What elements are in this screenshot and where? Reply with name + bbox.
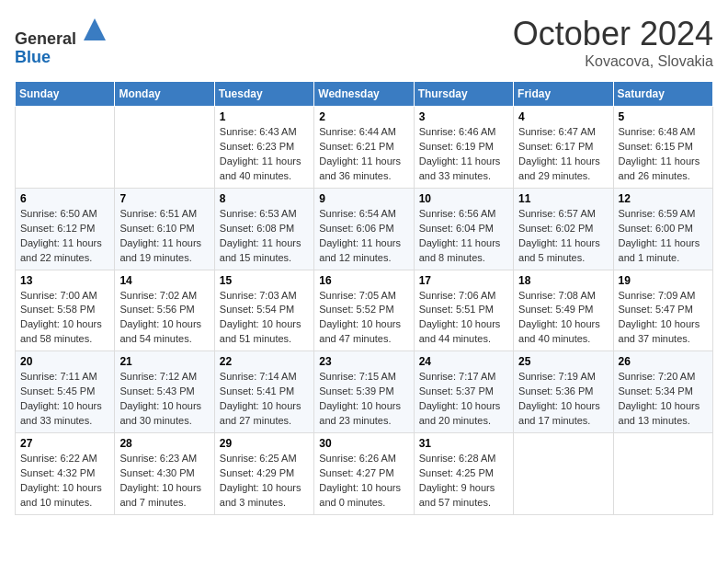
day-number: 9: [319, 192, 408, 205]
logo-blue: Blue: [15, 48, 51, 66]
location: Kovacova, Slovakia: [513, 53, 713, 70]
calendar-cell: 30Sunrise: 6:26 AM Sunset: 4:27 PM Dayli…: [314, 433, 414, 515]
calendar-cell: 26Sunrise: 7:20 AM Sunset: 5:34 PM Dayli…: [613, 351, 712, 433]
day-info: Sunrise: 7:06 AM Sunset: 5:51 PM Dayligh…: [419, 289, 508, 348]
calendar-cell: 13Sunrise: 7:00 AM Sunset: 5:58 PM Dayli…: [16, 270, 115, 351]
calendar-cell: 4Sunrise: 6:47 AM Sunset: 6:17 PM Daylig…: [514, 107, 613, 189]
day-number: 27: [20, 437, 109, 450]
calendar-week-4: 20Sunrise: 7:11 AM Sunset: 5:45 PM Dayli…: [16, 351, 713, 433]
calendar-cell: [16, 107, 115, 189]
calendar-cell: 19Sunrise: 7:09 AM Sunset: 5:47 PM Dayli…: [613, 270, 712, 351]
calendar-week-1: 1Sunrise: 6:43 AM Sunset: 6:23 PM Daylig…: [16, 107, 713, 189]
day-number: 2: [319, 110, 408, 123]
calendar-week-2: 6Sunrise: 6:50 AM Sunset: 6:12 PM Daylig…: [16, 188, 713, 270]
day-number: 23: [319, 355, 408, 368]
calendar-cell: 22Sunrise: 7:14 AM Sunset: 5:41 PM Dayli…: [214, 351, 313, 433]
calendar-cell: 12Sunrise: 6:59 AM Sunset: 6:00 PM Dayli…: [613, 188, 712, 270]
day-number: 26: [619, 355, 708, 368]
calendar-cell: 6Sunrise: 6:50 AM Sunset: 6:12 PM Daylig…: [16, 188, 115, 270]
calendar-cell: 21Sunrise: 7:12 AM Sunset: 5:43 PM Dayli…: [115, 351, 214, 433]
day-number: 14: [119, 274, 209, 287]
calendar-cell: 23Sunrise: 7:15 AM Sunset: 5:39 PM Dayli…: [314, 351, 414, 433]
calendar-week-3: 13Sunrise: 7:00 AM Sunset: 5:58 PM Dayli…: [16, 270, 713, 351]
day-number: 13: [20, 274, 109, 287]
weekday-header-friday: Friday: [514, 82, 613, 107]
day-info: Sunrise: 6:50 AM Sunset: 6:12 PM Dayligh…: [20, 207, 109, 266]
day-info: Sunrise: 7:20 AM Sunset: 5:34 PM Dayligh…: [619, 370, 708, 429]
weekday-header-wednesday: Wednesday: [314, 82, 414, 107]
day-info: Sunrise: 6:51 AM Sunset: 6:10 PM Dayligh…: [119, 207, 209, 266]
weekday-header-saturday: Saturday: [613, 82, 712, 107]
calendar-cell: 11Sunrise: 6:57 AM Sunset: 6:02 PM Dayli…: [514, 188, 613, 270]
day-info: Sunrise: 7:15 AM Sunset: 5:39 PM Dayligh…: [319, 370, 408, 429]
day-info: Sunrise: 7:11 AM Sunset: 5:45 PM Dayligh…: [20, 370, 109, 429]
day-info: Sunrise: 6:48 AM Sunset: 6:15 PM Dayligh…: [619, 125, 708, 184]
calendar-cell: 7Sunrise: 6:51 AM Sunset: 6:10 PM Daylig…: [115, 188, 214, 270]
day-info: Sunrise: 7:09 AM Sunset: 5:47 PM Dayligh…: [619, 289, 708, 348]
day-info: Sunrise: 6:22 AM Sunset: 4:32 PM Dayligh…: [20, 452, 109, 511]
calendar-cell: 2Sunrise: 6:44 AM Sunset: 6:21 PM Daylig…: [314, 107, 414, 189]
day-info: Sunrise: 6:28 AM Sunset: 4:25 PM Dayligh…: [419, 452, 508, 511]
calendar-cell: [115, 107, 214, 189]
calendar-cell: 10Sunrise: 6:56 AM Sunset: 6:04 PM Dayli…: [414, 188, 513, 270]
calendar-cell: 1Sunrise: 6:43 AM Sunset: 6:23 PM Daylig…: [214, 107, 313, 189]
day-info: Sunrise: 7:05 AM Sunset: 5:52 PM Dayligh…: [319, 289, 408, 348]
weekday-header-monday: Monday: [115, 82, 214, 107]
calendar-week-5: 27Sunrise: 6:22 AM Sunset: 4:32 PM Dayli…: [16, 433, 713, 515]
calendar-table: SundayMondayTuesdayWednesdayThursdayFrid…: [15, 81, 713, 515]
day-number: 28: [119, 437, 209, 450]
calendar-cell: 31Sunrise: 6:28 AM Sunset: 4:25 PM Dayli…: [414, 433, 513, 515]
day-info: Sunrise: 6:43 AM Sunset: 6:23 PM Dayligh…: [220, 125, 309, 184]
day-number: 15: [220, 274, 309, 287]
calendar-cell: 18Sunrise: 7:08 AM Sunset: 5:49 PM Dayli…: [514, 270, 613, 351]
logo-icon: [80, 15, 109, 44]
day-number: 19: [619, 274, 708, 287]
calendar-cell: [613, 433, 712, 515]
day-number: 20: [20, 355, 109, 368]
calendar-cell: 24Sunrise: 7:17 AM Sunset: 5:37 PM Dayli…: [414, 351, 513, 433]
day-number: 22: [220, 355, 309, 368]
day-number: 11: [518, 192, 608, 205]
day-number: 3: [419, 110, 508, 123]
calendar-cell: 29Sunrise: 6:25 AM Sunset: 4:29 PM Dayli…: [214, 433, 313, 515]
calendar-cell: 28Sunrise: 6:23 AM Sunset: 4:30 PM Dayli…: [115, 433, 214, 515]
day-number: 4: [518, 110, 608, 123]
month-title: October 2024: [513, 15, 713, 53]
calendar-cell: 3Sunrise: 6:46 AM Sunset: 6:19 PM Daylig…: [414, 107, 513, 189]
day-info: Sunrise: 6:46 AM Sunset: 6:19 PM Dayligh…: [419, 125, 508, 184]
day-number: 12: [619, 192, 708, 205]
day-info: Sunrise: 7:12 AM Sunset: 5:43 PM Dayligh…: [119, 370, 209, 429]
day-number: 16: [319, 274, 408, 287]
day-info: Sunrise: 6:57 AM Sunset: 6:02 PM Dayligh…: [518, 207, 608, 266]
day-info: Sunrise: 7:19 AM Sunset: 5:36 PM Dayligh…: [518, 370, 608, 429]
day-number: 7: [119, 192, 209, 205]
calendar-cell: 25Sunrise: 7:19 AM Sunset: 5:36 PM Dayli…: [514, 351, 613, 433]
day-number: 29: [220, 437, 309, 450]
day-info: Sunrise: 7:08 AM Sunset: 5:49 PM Dayligh…: [518, 289, 608, 348]
day-number: 6: [20, 192, 109, 205]
calendar-cell: 8Sunrise: 6:53 AM Sunset: 6:08 PM Daylig…: [214, 188, 313, 270]
weekday-header-row: SundayMondayTuesdayWednesdayThursdayFrid…: [16, 82, 713, 107]
day-number: 24: [419, 355, 508, 368]
day-info: Sunrise: 6:26 AM Sunset: 4:27 PM Dayligh…: [319, 452, 408, 511]
day-info: Sunrise: 6:56 AM Sunset: 6:04 PM Dayligh…: [419, 207, 508, 266]
day-info: Sunrise: 6:53 AM Sunset: 6:08 PM Dayligh…: [220, 207, 309, 266]
calendar-cell: 15Sunrise: 7:03 AM Sunset: 5:54 PM Dayli…: [214, 270, 313, 351]
day-number: 8: [220, 192, 309, 205]
weekday-header-sunday: Sunday: [16, 82, 115, 107]
day-number: 18: [518, 274, 608, 287]
calendar-cell: 9Sunrise: 6:54 AM Sunset: 6:06 PM Daylig…: [314, 188, 414, 270]
day-number: 1: [220, 110, 309, 123]
logo: General Blue: [15, 15, 109, 67]
calendar-cell: 27Sunrise: 6:22 AM Sunset: 4:32 PM Dayli…: [16, 433, 115, 515]
day-info: Sunrise: 6:59 AM Sunset: 6:00 PM Dayligh…: [619, 207, 708, 266]
calendar-cell: 20Sunrise: 7:11 AM Sunset: 5:45 PM Dayli…: [16, 351, 115, 433]
svg-marker-0: [84, 18, 106, 40]
day-info: Sunrise: 7:02 AM Sunset: 5:56 PM Dayligh…: [119, 289, 209, 348]
weekday-header-tuesday: Tuesday: [214, 82, 313, 107]
title-block: October 2024 Kovacova, Slovakia: [513, 15, 713, 70]
day-info: Sunrise: 7:14 AM Sunset: 5:41 PM Dayligh…: [220, 370, 309, 429]
calendar-cell: [514, 433, 613, 515]
calendar-cell: 17Sunrise: 7:06 AM Sunset: 5:51 PM Dayli…: [414, 270, 513, 351]
day-info: Sunrise: 6:25 AM Sunset: 4:29 PM Dayligh…: [220, 452, 309, 511]
